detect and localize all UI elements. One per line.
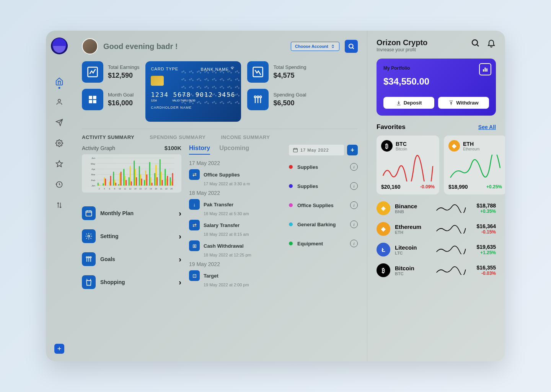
search-button[interactable] xyxy=(345,40,358,53)
history-date-header: 17 May 2022 xyxy=(189,160,283,166)
svg-rect-50 xyxy=(131,181,132,186)
history-item[interactable]: ⇄Office Supplies xyxy=(189,169,283,180)
stat-total-spending: Total Spending$4,575 xyxy=(247,61,306,83)
coin-row-eth[interactable]: ◆EthereumETH$16,364-0.15% xyxy=(377,222,496,236)
history-item-icon: ⊞ xyxy=(189,240,200,251)
info-icon[interactable]: i xyxy=(350,201,358,209)
coin-icon: ₿ xyxy=(381,140,393,152)
bell-icon[interactable] xyxy=(487,38,496,47)
account-selector-label: Choose Account xyxy=(295,44,328,49)
category-item[interactable]: Suppliesi xyxy=(289,163,358,171)
info-icon[interactable]: i xyxy=(350,182,358,190)
deposit-button[interactable]: Deposit xyxy=(383,97,434,109)
search-icon[interactable] xyxy=(471,38,480,47)
coin-row-btc[interactable]: ₿BitcoinBTC$16,355-0.03% xyxy=(377,263,496,277)
history-item[interactable]: ⊞Cash Withdrawal xyxy=(189,240,283,251)
upcoming-tab[interactable]: Upcoming xyxy=(219,145,249,155)
coin-icon: ₿ xyxy=(377,263,390,277)
category-item[interactable]: Suppliesi xyxy=(289,182,358,190)
svg-rect-81 xyxy=(171,181,172,186)
coin-row-bnb[interactable]: ◈BinanceBNB$18,788+0.35% xyxy=(377,201,496,215)
category-item[interactable]: General Barkingi xyxy=(289,220,358,228)
see-all-link[interactable]: See All xyxy=(478,124,496,130)
svg-rect-38 xyxy=(115,183,116,185)
svg-point-10 xyxy=(257,96,259,98)
nav-home[interactable] xyxy=(55,77,64,86)
activity-graph-title: Activity Graph xyxy=(82,145,115,151)
svg-rect-66 xyxy=(152,183,153,185)
info-icon[interactable]: i xyxy=(350,220,358,228)
add-category-button[interactable]: + xyxy=(347,145,358,155)
category-label: Supplies xyxy=(297,183,346,189)
svg-text:24: 24 xyxy=(170,188,173,190)
coin-name: Ethereum xyxy=(395,224,425,230)
quick-link-icon xyxy=(82,229,96,243)
nav-settings[interactable] xyxy=(55,139,64,148)
history-tab[interactable]: History xyxy=(189,145,210,155)
coin-icon: Ł xyxy=(377,243,390,256)
coin-name: Bitcoin xyxy=(395,265,425,271)
withdraw-button[interactable]: Withdraw xyxy=(438,97,489,109)
info-icon[interactable]: i xyxy=(350,240,358,247)
category-label: Supplies xyxy=(297,164,346,170)
category-dot xyxy=(289,184,293,188)
svg-text:Feb: Feb xyxy=(91,179,95,181)
svg-point-11 xyxy=(260,96,262,98)
quick-link-monthly-plan[interactable]: Monthly Plan› xyxy=(82,204,181,222)
history-item[interactable]: ↓Pak Transfer xyxy=(189,199,283,210)
date-picker[interactable]: 17 May 2022 xyxy=(289,145,344,155)
chevron-right-icon: › xyxy=(179,255,181,264)
svg-rect-93 xyxy=(486,69,487,72)
history-item-label: Pak Transfer xyxy=(204,202,233,207)
category-item[interactable]: Equipmenti xyxy=(289,240,358,247)
category-item[interactable]: Office Suppliesi xyxy=(289,201,358,209)
quick-link-setting[interactable]: Setting› xyxy=(82,227,181,245)
svg-rect-53 xyxy=(135,169,136,185)
history-item[interactable]: ⇄Salary Transfer xyxy=(189,220,283,230)
history-date-header: 18 May 2022 xyxy=(189,190,283,196)
nav-sort[interactable] xyxy=(55,201,64,210)
coin-row-ltc[interactable]: ŁLitecoinLTC$19,635+1.25% xyxy=(377,243,496,256)
nav-add-button[interactable]: + xyxy=(54,344,64,354)
svg-rect-58 xyxy=(141,179,142,186)
svg-text:May: May xyxy=(91,162,96,165)
coin-name: Bitcoin xyxy=(396,147,407,151)
nav-send[interactable] xyxy=(55,118,64,127)
nav-history[interactable] xyxy=(55,180,64,189)
account-selector[interactable]: Choose Account xyxy=(291,42,339,51)
tab-spending[interactable]: SPENDING SUMMARY xyxy=(150,134,205,140)
nav-profile[interactable] xyxy=(55,97,64,106)
favorite-card-btc[interactable]: ₿BTCBitcoin$20,160-0.09% xyxy=(377,136,439,194)
history-item-time: 18 May 2022 at 5:30 am xyxy=(204,211,283,216)
svg-rect-70 xyxy=(156,177,158,186)
svg-point-88 xyxy=(90,256,91,258)
svg-rect-74 xyxy=(162,180,163,185)
sparkline xyxy=(430,224,472,234)
user-avatar[interactable] xyxy=(82,38,98,54)
chart-icon xyxy=(479,63,491,75)
svg-rect-28 xyxy=(103,183,104,186)
svg-point-87 xyxy=(88,256,89,258)
svg-rect-54 xyxy=(136,177,137,186)
greeting-text: Good evening badr ! xyxy=(103,42,178,51)
info-icon[interactable]: i xyxy=(350,163,358,171)
svg-text:11: 11 xyxy=(124,188,126,190)
svg-rect-52 xyxy=(134,161,135,186)
coin-change: -0.15% xyxy=(476,229,496,235)
tab-activity[interactable]: ACTIVITY SUMMARY xyxy=(82,134,134,140)
coin-change: -0.03% xyxy=(476,271,496,276)
history-item[interactable]: ⊡Target xyxy=(189,270,283,281)
svg-text:4: 4 xyxy=(104,188,105,190)
svg-rect-49 xyxy=(130,166,131,186)
svg-rect-24 xyxy=(98,183,99,185)
favorite-card-eth[interactable]: ◆ETHEthereum$18,990+0.25% xyxy=(444,136,505,194)
history-item-time: 19 May 2022 at 2:00 pm xyxy=(204,283,283,287)
nav-favorites[interactable] xyxy=(55,159,64,168)
coin-change: +0.25% xyxy=(486,184,502,189)
tab-income[interactable]: INCONE SUMMARY xyxy=(221,134,270,140)
grid-icon xyxy=(82,89,103,110)
quick-link-shopping[interactable]: Shopping› xyxy=(82,273,181,291)
quick-link-goals[interactable]: Goals› xyxy=(82,250,181,268)
chevron-right-icon: › xyxy=(179,232,181,241)
category-label: Equipment xyxy=(297,241,346,247)
